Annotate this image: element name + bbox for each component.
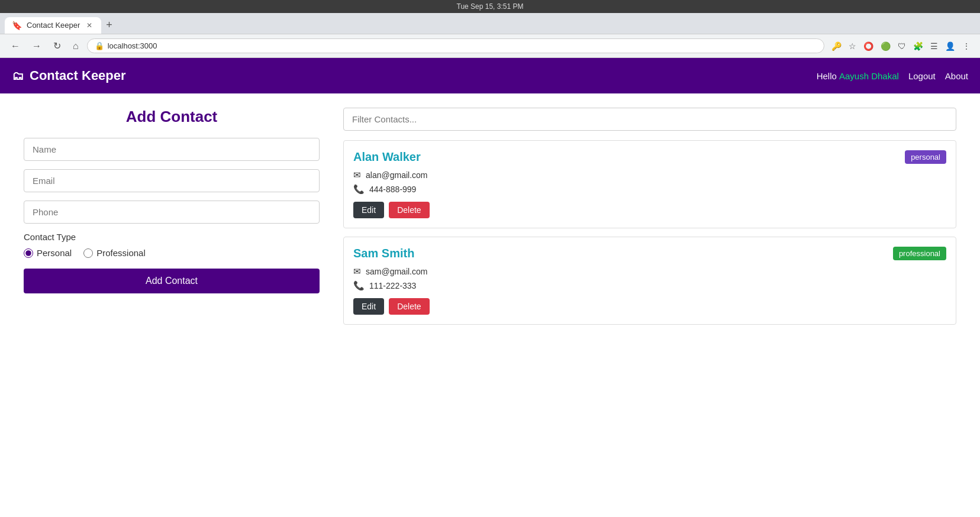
- professional-radio[interactable]: [83, 248, 93, 258]
- os-datetime: Tue Sep 15, 3:51 PM: [457, 2, 524, 11]
- personal-label: Personal: [37, 248, 72, 258]
- os-bar: Tue Sep 15, 3:51 PM: [0, 0, 980, 13]
- contacts-list: Alan Walker personal ✉ alan@gmail.com 📞 …: [343, 140, 956, 325]
- contact-type-label: Contact Type: [24, 232, 320, 242]
- about-link[interactable]: About: [945, 71, 968, 81]
- professional-radio-option[interactable]: Professional: [83, 248, 146, 258]
- navbar-brand: 🗂 Contact Keeper: [12, 68, 126, 83]
- forward-button[interactable]: →: [28, 38, 45, 54]
- personal-radio-option[interactable]: Personal: [24, 248, 72, 258]
- home-button[interactable]: ⌂: [69, 38, 82, 54]
- contact-info: ✉ alan@gmail.com 📞 444-888-999: [353, 170, 946, 195]
- contact-card-header: Alan Walker personal: [353, 150, 946, 164]
- contact-card: Alan Walker personal ✉ alan@gmail.com 📞 …: [343, 140, 956, 228]
- back-button[interactable]: ←: [7, 38, 24, 54]
- contact-phone-item: 📞 444-888-999: [353, 184, 946, 195]
- shield-icon: 🛡: [895, 40, 908, 52]
- navbar-right: Hello Aayush Dhakal Logout About: [817, 71, 968, 81]
- tab-title: Contact Keeper: [27, 21, 80, 30]
- edit-button[interactable]: Edit: [353, 298, 384, 315]
- contact-email: sam@gmail.com: [366, 267, 427, 276]
- form-title: Add Contact: [24, 108, 320, 126]
- contact-email-item: ✉ sam@gmail.com: [353, 266, 946, 277]
- add-contact-form-section: Add Contact Contact Type Personal Profes…: [24, 108, 320, 499]
- extension-icon1: 🟢: [878, 40, 893, 52]
- navbar-username: Aayush Dhakal: [839, 71, 899, 81]
- filter-contacts-input[interactable]: [343, 108, 956, 131]
- contact-name: Sam Smith: [353, 247, 414, 260]
- brand-icon: 🗂: [12, 69, 24, 83]
- star-icon[interactable]: ☆: [846, 40, 859, 52]
- contact-name: Alan Walker: [353, 150, 421, 164]
- browser-chrome: 🔖 Contact Keeper ✕ + ← → ↻ ⌂ 🔒 localhost…: [0, 13, 980, 58]
- phone-icon: 📞: [353, 280, 365, 291]
- phone-input[interactable]: [24, 201, 320, 224]
- browser-tab[interactable]: 🔖 Contact Keeper ✕: [5, 17, 101, 34]
- navbar-hello: Hello Aayush Dhakal: [817, 71, 899, 81]
- lock-icon: 🔒: [95, 41, 104, 50]
- app-navbar: 🗂 Contact Keeper Hello Aayush Dhakal Log…: [0, 58, 980, 93]
- opera-icon: ⭕: [861, 40, 876, 52]
- new-tab-button[interactable]: +: [104, 17, 115, 34]
- phone-field-group: [24, 201, 320, 224]
- tab-favicon-icon: 🔖: [12, 21, 22, 30]
- contact-card-header: Sam Smith professional: [353, 247, 946, 260]
- reload-button[interactable]: ↻: [50, 38, 65, 54]
- logout-link[interactable]: Logout: [908, 71, 936, 81]
- delete-button[interactable]: Delete: [389, 298, 429, 315]
- nav-bar: ← → ↻ ⌂ 🔒 localhost:3000 🔑 ☆ ⭕ 🟢 🛡 🧩 ☰ 👤…: [0, 34, 980, 57]
- contact-type-badge: personal: [905, 150, 946, 164]
- phone-icon: 📞: [353, 184, 365, 195]
- professional-label: Professional: [96, 248, 146, 258]
- avatar-icon[interactable]: 👤: [943, 40, 958, 52]
- name-field-group: [24, 138, 320, 161]
- key-icon: 🔑: [829, 40, 844, 52]
- navbar-brand-title: Contact Keeper: [30, 68, 126, 83]
- puzzle-icon[interactable]: 🧩: [911, 40, 926, 52]
- email-input[interactable]: [24, 169, 320, 192]
- email-field-group: [24, 169, 320, 192]
- main-content: Add Contact Contact Type Personal Profes…: [0, 93, 980, 513]
- personal-radio[interactable]: [24, 248, 33, 258]
- contacts-section: Alan Walker personal ✉ alan@gmail.com 📞 …: [343, 108, 956, 499]
- email-icon: ✉: [353, 266, 361, 277]
- email-icon: ✉: [353, 170, 361, 180]
- contact-card: Sam Smith professional ✉ sam@gmail.com 📞…: [343, 237, 956, 325]
- contact-info: ✉ sam@gmail.com 📞 111-222-333: [353, 266, 946, 291]
- tab-bar: 🔖 Contact Keeper ✕ +: [0, 13, 980, 34]
- contact-type-radio-group: Personal Professional: [24, 248, 320, 258]
- add-contact-button[interactable]: Add Contact: [24, 269, 320, 293]
- name-input[interactable]: [24, 138, 320, 161]
- nav-actions: 🔑 ☆ ⭕ 🟢 🛡 🧩 ☰ 👤 ⋮: [829, 40, 973, 52]
- contact-phone-item: 📞 111-222-333: [353, 280, 946, 291]
- contact-type-badge: professional: [893, 247, 946, 260]
- contact-email: alan@gmail.com: [366, 170, 427, 180]
- delete-button[interactable]: Delete: [389, 202, 429, 218]
- tab-close-button[interactable]: ✕: [85, 21, 94, 30]
- menu-icon[interactable]: ⋮: [960, 40, 973, 52]
- contact-phone: 444-888-999: [369, 185, 416, 194]
- edit-button[interactable]: Edit: [353, 202, 384, 218]
- list-icon[interactable]: ☰: [928, 40, 940, 52]
- card-actions: Edit Delete: [353, 202, 946, 218]
- address-url: localhost:3000: [108, 41, 157, 50]
- card-actions: Edit Delete: [353, 298, 946, 315]
- address-bar[interactable]: 🔒 localhost:3000: [87, 38, 824, 53]
- contact-phone: 111-222-333: [369, 281, 416, 290]
- contact-email-item: ✉ alan@gmail.com: [353, 170, 946, 180]
